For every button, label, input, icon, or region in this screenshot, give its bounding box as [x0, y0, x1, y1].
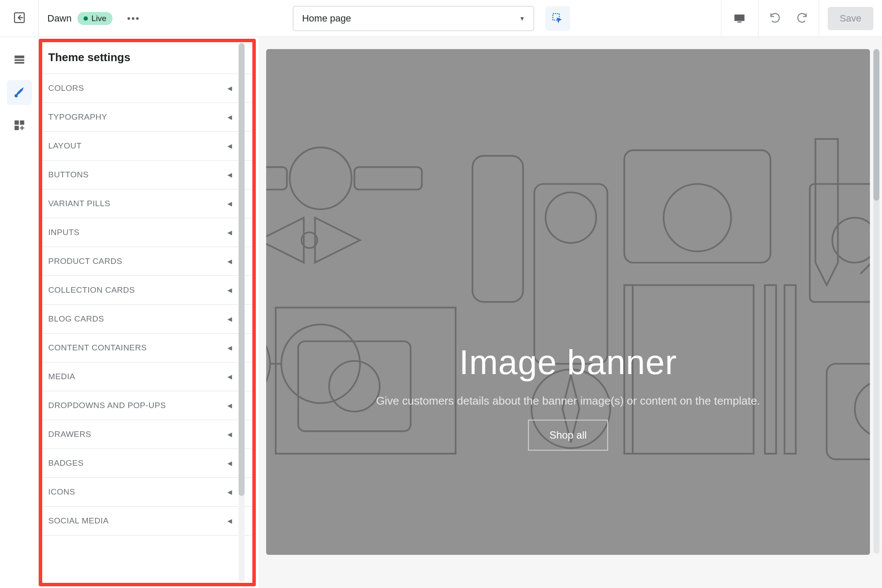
settings-item-label: COLLECTION CARDS: [48, 285, 135, 295]
topbar-center: Home page ▼: [143, 6, 721, 31]
device-preview-button[interactable]: [721, 0, 758, 37]
settings-item-buttons[interactable]: BUTTONS◀: [39, 161, 255, 189]
paintbrush-icon: [13, 86, 26, 99]
settings-item-label: DRAWERS: [48, 430, 91, 439]
settings-item-label: DROPDOWNS AND POP-UPS: [48, 401, 166, 410]
svg-rect-8: [14, 121, 19, 125]
svg-rect-2: [735, 14, 745, 21]
preview-scrollbar[interactable]: [873, 49, 879, 554]
exit-editor-button[interactable]: [0, 0, 39, 37]
settings-item-layout[interactable]: LAYOUT◀: [39, 132, 255, 161]
settings-item-label: BUTTONS: [48, 170, 89, 179]
hero-title: Image banner: [459, 343, 677, 382]
svg-rect-9: [20, 121, 24, 125]
undo-button[interactable]: [766, 9, 784, 28]
settings-item-collection-cards[interactable]: COLLECTION CARDS◀: [39, 276, 255, 305]
svg-rect-10: [14, 126, 19, 130]
more-actions-button[interactable]: [124, 9, 143, 28]
topbar-right: Save: [721, 0, 882, 37]
hero-subtitle: Give customers details about the banner …: [376, 394, 760, 408]
preview-area: Image banner Give customers details abou…: [258, 37, 882, 588]
save-button[interactable]: Save: [828, 7, 873, 30]
section-inspector-button[interactable]: [545, 6, 570, 31]
settings-item-icons[interactable]: ICONS◀: [39, 478, 255, 507]
settings-item-label: ICONS: [48, 487, 75, 497]
template-select[interactable]: Home page ▼: [293, 6, 534, 31]
status-badge: Live: [78, 12, 112, 25]
sections-tab-button[interactable]: [7, 47, 32, 72]
caret-down-icon: ▼: [519, 15, 525, 22]
template-select-value: Home page: [302, 13, 351, 24]
theme-name: Dawn: [47, 13, 71, 24]
settings-item-label: SOCIAL MEDIA: [48, 516, 109, 526]
hero-background-illustration: [266, 49, 870, 555]
exit-icon: [13, 11, 26, 26]
settings-item-label: PRODUCT CARDS: [48, 257, 122, 266]
settings-item-product-cards[interactable]: PRODUCT CARDS◀: [39, 247, 255, 276]
app-root: Dawn Live Home page ▼: [0, 0, 882, 588]
chevron-left-icon: ◀: [227, 373, 233, 380]
preview-canvas[interactable]: Image banner Give customers details abou…: [266, 49, 870, 555]
settings-item-variant-pills[interactable]: VARIANT PILLS◀: [39, 189, 255, 218]
theme-settings-tab-button[interactable]: [7, 80, 32, 105]
settings-panel: Theme settings COLORS◀TYPOGRAPHY◀LAYOUT◀…: [39, 40, 256, 585]
settings-item-typography[interactable]: TYPOGRAPHY◀: [39, 103, 255, 132]
live-dot-icon: [84, 16, 88, 21]
chevron-left-icon: ◀: [227, 316, 233, 322]
settings-list: COLORS◀TYPOGRAPHY◀LAYOUT◀BUTTONS◀VARIANT…: [39, 74, 255, 535]
chevron-left-icon: ◀: [227, 171, 233, 178]
settings-item-inputs[interactable]: INPUTS◀: [39, 218, 255, 247]
settings-item-label: MEDIA: [48, 372, 75, 381]
chevron-left-icon: ◀: [227, 114, 233, 121]
ellipsis-icon: [127, 17, 139, 20]
chevron-left-icon: ◀: [227, 85, 233, 92]
chevron-left-icon: ◀: [227, 258, 233, 265]
settings-item-social-media[interactable]: SOCIAL MEDIA◀: [39, 507, 255, 535]
settings-item-media[interactable]: MEDIA◀: [39, 362, 255, 391]
svg-rect-4: [14, 56, 24, 58]
chevron-left-icon: ◀: [227, 200, 233, 207]
chevron-left-icon: ◀: [227, 517, 233, 524]
panel-scrollbar[interactable]: [239, 43, 251, 582]
settings-item-dropdowns-and-pop-ups[interactable]: DROPDOWNS AND POP-UPS◀: [39, 391, 255, 420]
hero-banner: Image banner Give customers details abou…: [266, 49, 870, 555]
settings-panel-outer: Theme settings COLORS◀TYPOGRAPHY◀LAYOUT◀…: [39, 37, 258, 588]
svg-point-7: [14, 94, 18, 98]
hero-cta-button[interactable]: Shop all: [528, 420, 609, 451]
settings-item-content-containers[interactable]: CONTENT CONTAINERS◀: [39, 334, 255, 362]
svg-rect-5: [14, 59, 24, 61]
settings-item-blog-cards[interactable]: BLOG CARDS◀: [39, 305, 255, 334]
settings-item-drawers[interactable]: DRAWERS◀: [39, 420, 255, 449]
settings-item-label: CONTENT CONTAINERS: [48, 343, 147, 353]
svg-rect-6: [14, 62, 24, 64]
settings-item-label: VARIANT PILLS: [48, 199, 110, 208]
settings-item-label: COLORS: [48, 84, 84, 93]
settings-item-label: INPUTS: [48, 228, 80, 237]
chevron-left-icon: ◀: [227, 489, 233, 495]
undo-icon: [769, 11, 782, 24]
chevron-left-icon: ◀: [227, 287, 233, 294]
redo-icon: [795, 11, 808, 24]
blocks-icon: [13, 119, 26, 132]
svg-rect-11: [266, 49, 870, 555]
chevron-left-icon: ◀: [227, 142, 233, 149]
desktop-icon: [733, 13, 745, 24]
inspector-icon: [551, 12, 564, 25]
sections-icon: [13, 53, 26, 66]
settings-item-label: BADGES: [48, 458, 84, 468]
settings-item-colors[interactable]: COLORS◀: [39, 74, 255, 103]
app-embeds-tab-button[interactable]: [7, 113, 32, 138]
chevron-left-icon: ◀: [227, 460, 233, 467]
live-label: Live: [91, 14, 106, 23]
svg-rect-3: [738, 22, 742, 22]
chevron-left-icon: ◀: [227, 344, 233, 351]
topbar: Dawn Live Home page ▼: [0, 0, 882, 37]
chevron-left-icon: ◀: [227, 229, 233, 236]
redo-button[interactable]: [793, 9, 811, 28]
settings-item-label: LAYOUT: [48, 141, 82, 151]
chevron-left-icon: ◀: [227, 402, 233, 409]
settings-item-badges[interactable]: BADGES◀: [39, 449, 255, 478]
panel-title: Theme settings: [39, 40, 255, 74]
theme-title-group: Dawn Live: [39, 9, 143, 28]
save-wrap: Save: [819, 0, 882, 37]
